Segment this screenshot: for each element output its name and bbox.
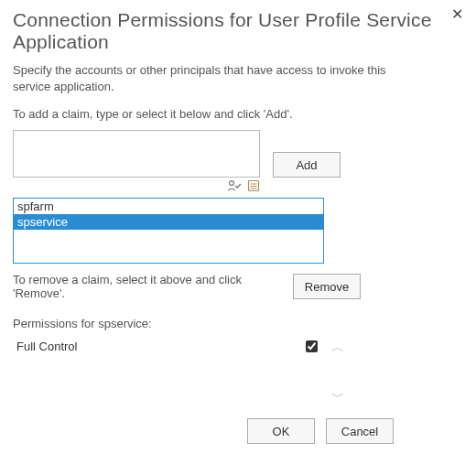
scroll-up-icon[interactable]: ︿ [331,340,344,356]
ok-button[interactable]: OK [247,418,315,444]
dialog-description: Specify the accounts or other principals… [13,62,406,94]
scroll-down-icon[interactable]: ﹀ [331,389,344,405]
list-item[interactable]: spfarm [14,199,323,214]
claims-listbox[interactable]: spfarmspservice [13,198,324,264]
permissions-scrollbar[interactable]: ︿ ﹀ [324,336,352,409]
remove-instruction: To remove a claim, select it above and c… [13,273,280,300]
svg-point-0 [230,181,234,186]
browse-icon[interactable] [247,179,260,194]
permission-checkbox[interactable] [306,340,318,352]
permission-name: Full Control [16,340,77,353]
claim-input[interactable] [13,130,260,178]
permission-row: Full Control [16,338,320,355]
add-button[interactable]: Add [273,152,341,178]
permissions-list: Full Control [13,336,324,409]
add-instruction: To add a claim, type or select it below … [13,107,463,121]
close-icon[interactable]: ✕ [451,7,463,22]
dialog-title: Connection Permissions for User Profile … [13,9,463,53]
list-item[interactable]: spservice [14,214,323,230]
cancel-button[interactable]: Cancel [326,418,394,444]
check-names-icon[interactable] [227,179,242,194]
remove-button[interactable]: Remove [293,274,361,299]
permissions-heading: Permissions for spservice: [13,317,463,330]
